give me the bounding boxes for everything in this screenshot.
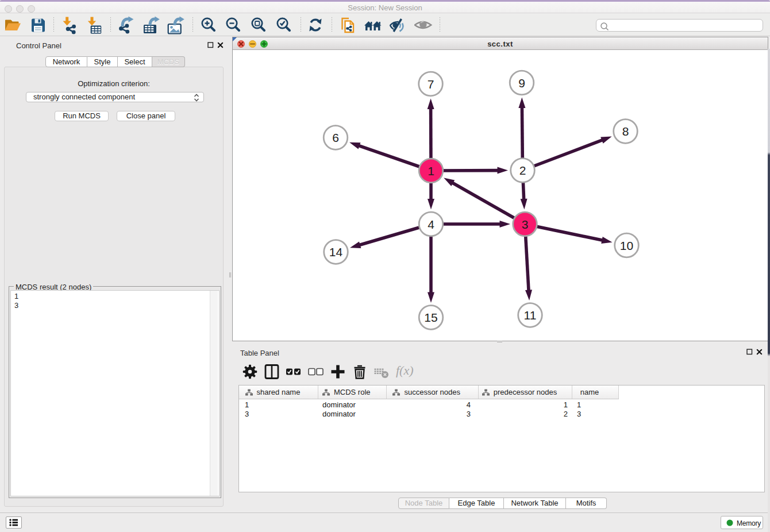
svg-text:4: 4 xyxy=(428,218,434,231)
svg-text:11: 11 xyxy=(524,309,537,322)
svg-text:14: 14 xyxy=(329,245,343,259)
svg-text:15: 15 xyxy=(424,311,437,324)
svg-text:8: 8 xyxy=(622,125,629,138)
svg-text:9: 9 xyxy=(518,76,525,90)
svg-text:1: 1 xyxy=(428,164,434,178)
svg-text:6: 6 xyxy=(332,131,339,144)
svg-text:2: 2 xyxy=(519,164,526,177)
svg-text:7: 7 xyxy=(428,78,434,91)
svg-text:3: 3 xyxy=(522,218,529,231)
svg-text:10: 10 xyxy=(620,239,633,252)
